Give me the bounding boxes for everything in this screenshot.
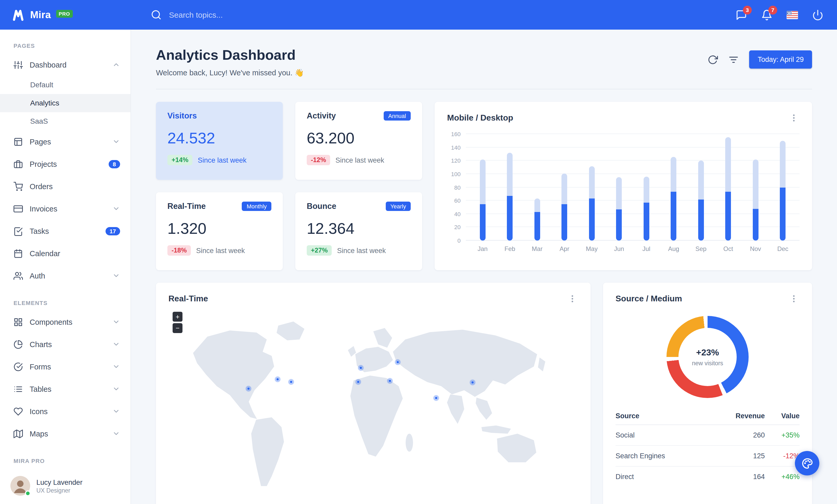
stacked-bar[interactable]	[507, 153, 513, 241]
language-button[interactable]	[787, 9, 798, 20]
date-button[interactable]: Today: April 29	[749, 50, 812, 69]
sidebar-item-badge: 17	[106, 227, 120, 235]
stacked-bar[interactable]	[753, 159, 759, 241]
sidebar-item-invoices[interactable]: Invoices	[0, 198, 130, 220]
stacked-bar[interactable]	[534, 199, 540, 241]
search-icon	[151, 10, 162, 20]
zoom-out-button[interactable]: −	[173, 323, 182, 333]
map-zoom-controls: + −	[173, 312, 182, 333]
stat-value: 12.364	[307, 220, 411, 238]
page-header: Analytics Dashboard Welcome back, Lucy! …	[156, 47, 812, 77]
user-profile[interactable]: Lucy Lavender UX Designer	[0, 469, 130, 504]
online-status-dot	[25, 490, 31, 496]
sidebar-item-maps[interactable]: Maps	[0, 423, 130, 445]
stacked-bar[interactable]	[671, 157, 677, 241]
stat-card-real-time[interactable]: Real-Time Monthly 1.320 -18% Since last …	[156, 192, 283, 270]
stacked-bar[interactable]	[644, 177, 649, 241]
main-content: Analytics Dashboard Welcome back, Lucy! …	[131, 30, 837, 504]
x-axis-label: Nov	[742, 245, 769, 253]
table-row-social[interactable]: Social 260 +35%	[616, 425, 800, 446]
map-marker[interactable]	[358, 366, 364, 371]
table-row-direct[interactable]: Direct 164 +46%	[616, 466, 800, 487]
bars-row	[466, 134, 800, 241]
search-input[interactable]	[169, 11, 325, 19]
map-marker[interactable]	[275, 377, 280, 382]
map-marker[interactable]	[433, 396, 439, 401]
stat-card-activity[interactable]: Activity Annual 63.200 -12% Since last w…	[295, 102, 422, 180]
card-title: Real-Time	[168, 294, 208, 303]
chevron-down-icon	[112, 272, 120, 280]
navbar-search[interactable]	[151, 10, 736, 20]
stacked-bar[interactable]	[562, 173, 567, 241]
messages-badge: 3	[743, 5, 752, 14]
stat-delta-badge: +14%	[167, 155, 193, 165]
card-menu-button[interactable]	[788, 293, 800, 304]
sidebar-item-tables[interactable]: Tables	[0, 378, 130, 400]
bar-mobile-segment	[644, 203, 649, 241]
sidebar-item-label: Calendar	[30, 249, 60, 258]
zoom-in-button[interactable]: +	[173, 312, 182, 322]
stacked-bar[interactable]	[780, 141, 786, 241]
sidebar-item-auth[interactable]: Auth	[0, 264, 130, 287]
x-axis-label: Jan	[469, 245, 496, 253]
bar-desktop-segment	[726, 137, 731, 192]
stat-card-bounce[interactable]: Bounce Yearly 12.364 +27% Since last wee…	[295, 192, 422, 270]
stacked-bar[interactable]	[726, 137, 731, 241]
sidebar-subitem-analytics[interactable]: Analytics	[0, 94, 130, 112]
bar-mobile-segment	[562, 204, 567, 241]
sidebar-item-label: Orders	[30, 182, 53, 190]
map-marker[interactable]	[395, 359, 400, 365]
stat-value: 1.320	[167, 220, 271, 238]
map-marker[interactable]	[356, 379, 361, 385]
sidebar-item-calendar[interactable]: Calendar	[0, 242, 130, 264]
sidebar-item-icons[interactable]: Icons	[0, 400, 130, 423]
stat-card-visitors[interactable]: Visitors 24.532 +14% Since last week	[156, 102, 283, 180]
donut-chart: +23% new visitors	[666, 316, 749, 398]
avatar	[11, 476, 30, 496]
stat-caption: Since last week	[337, 246, 386, 254]
filter-button[interactable]	[729, 54, 739, 65]
sidebar-item-charts[interactable]: Charts	[0, 333, 130, 355]
world-map-graphic	[168, 309, 578, 491]
source-table-header-source: Source	[616, 407, 709, 425]
sidebar-item-forms[interactable]: Forms	[0, 355, 130, 378]
x-axis-label: Jun	[605, 245, 633, 253]
sidebar-item-projects[interactable]: Projects8	[0, 153, 130, 175]
donut-center: +23% new visitors	[678, 328, 737, 386]
sidebar-item-label: Icons	[30, 407, 48, 415]
card-menu-button[interactable]	[788, 112, 800, 124]
bar-desktop-segment	[671, 157, 677, 192]
signout-button[interactable]	[812, 9, 823, 20]
table-row-search-engines[interactable]: Search Engines 125 -12%	[616, 446, 800, 466]
refresh-button[interactable]	[708, 54, 718, 65]
sidebar-item-label: Charts	[30, 340, 52, 348]
theme-settings-button[interactable]	[795, 451, 819, 475]
world-map: + −	[168, 309, 578, 491]
bar-mobile-segment	[616, 209, 622, 241]
sidebar-item-dashboard[interactable]: Dashboard	[0, 54, 130, 76]
map-marker[interactable]	[388, 378, 393, 383]
sidebar-item-components[interactable]: Components	[0, 311, 130, 333]
map-marker[interactable]	[470, 380, 476, 385]
sidebar-item-pages[interactable]: Pages	[0, 130, 130, 153]
y-axis-label: 140	[451, 144, 461, 150]
x-axis-label: Sep	[687, 245, 715, 253]
sidebar-subitem-default[interactable]: Default	[0, 76, 130, 94]
stacked-bar[interactable]	[616, 178, 622, 241]
sidebar-subitem-saas[interactable]: SaaS	[0, 112, 130, 130]
bar-mobile-segment	[480, 204, 485, 241]
brand[interactable]: Mira PRO	[0, 8, 131, 21]
map-marker[interactable]	[246, 386, 251, 391]
sidebar-item-orders[interactable]: Orders	[0, 175, 130, 198]
notifications-button[interactable]: 7	[761, 9, 772, 20]
messages-button[interactable]: 3	[736, 9, 747, 20]
map-marker[interactable]	[288, 379, 293, 385]
sidebar-item-tasks[interactable]: Tasks17	[0, 220, 130, 242]
card-menu-button[interactable]	[567, 293, 578, 304]
source-table-head-row: SourceRevenueValue	[616, 407, 800, 425]
stacked-bar[interactable]	[480, 159, 485, 241]
sidebar-item-label: Tasks	[30, 227, 49, 235]
stacked-bar[interactable]	[589, 166, 595, 241]
check-square-icon	[14, 226, 23, 236]
stacked-bar[interactable]	[698, 161, 704, 241]
